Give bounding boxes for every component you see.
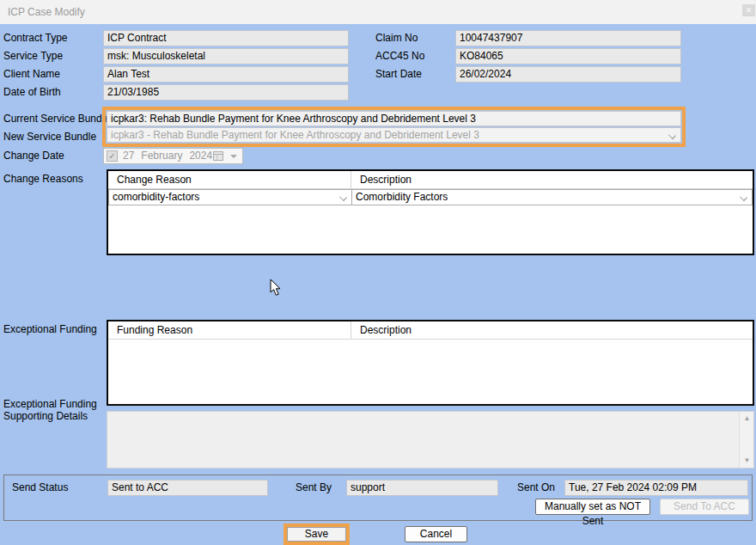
contract-type-field[interactable]: ICP Contract	[103, 30, 349, 46]
change-date-year[interactable]: 2024	[189, 150, 212, 162]
service-type-field[interactable]: msk: Musculoskeletal	[103, 48, 349, 64]
sent-on-field[interactable]: Tue, 27 Feb 2024 02:09 PM	[564, 480, 748, 496]
send-status-label: Send Status	[12, 480, 68, 496]
change-date-month[interactable]: February	[141, 150, 182, 162]
new-service-bundle-value: icpkar3 - Rehab Bundle Payment for Knee …	[111, 129, 479, 141]
funding-reason-column-header: Funding Reason	[108, 321, 351, 339]
close-icon[interactable]: ✕	[742, 4, 755, 16]
scroll-down-icon[interactable]: ▼	[740, 454, 754, 468]
client-name-field[interactable]: Alan Test	[103, 66, 349, 83]
start-date-label: Start Date	[375, 66, 422, 83]
exceptional-funding-table: Funding Reason Description	[107, 320, 754, 406]
client-name-label: Client Name	[3, 66, 60, 83]
calendar-icon[interactable]	[213, 151, 223, 161]
start-date-field[interactable]: 26/02/2024	[455, 66, 681, 83]
window-titlebar: ICP Case Modify ✕	[0, 0, 756, 24]
manually-set-not-sent-button[interactable]: Manually set as NOT Sent	[535, 499, 650, 515]
description-column-header: Description	[351, 321, 753, 339]
change-reason-description-select[interactable]: Comorbidity Factors	[351, 189, 753, 205]
calendar-dropdown-icon[interactable]	[230, 155, 237, 158]
exceptional-funding-label: Exceptional Funding	[3, 321, 97, 338]
claim-no-field[interactable]: 10047437907	[455, 30, 681, 46]
window-title: ICP Case Modify	[8, 6, 85, 18]
change-reasons-label: Change Reasons	[3, 171, 83, 187]
contract-type-label: Contract Type	[3, 30, 67, 46]
change-reason-description-value: Comorbidity Factors	[356, 191, 448, 203]
date-of-birth-field[interactable]: 21/03/1985	[103, 84, 349, 101]
change-date-label: Change Date	[3, 148, 64, 164]
chevron-down-icon	[740, 193, 747, 201]
vertical-scrollbar[interactable]: ▲ ▼	[739, 412, 753, 468]
change-reason-select[interactable]: comorbidity-factors	[108, 189, 352, 205]
current-service-bundle-label: Current Service Bundle	[3, 111, 110, 127]
claim-no-label: Claim No	[375, 30, 418, 46]
change-reasons-header: Change Reason Description	[108, 171, 753, 189]
send-to-acc-button[interactable]: Send To ACC	[660, 499, 749, 515]
date-of-birth-label: Date of Birth	[3, 84, 61, 101]
icp-case-modify-dialog: ICP Case Modify ✕ Contract Type ICP Cont…	[0, 0, 756, 545]
description-column-header: Description	[351, 171, 753, 188]
sent-on-label: Sent On	[517, 480, 555, 496]
new-service-bundle-label: New Service Bundle	[3, 129, 96, 145]
change-date-checkbox[interactable]: ✓	[107, 150, 118, 162]
send-status-field[interactable]: Sent to ACC	[107, 480, 268, 496]
sent-by-label: Sent By	[296, 480, 332, 496]
scroll-up-icon[interactable]: ▲	[740, 412, 754, 426]
new-service-bundle-select[interactable]: icpkar3 - Rehab Bundle Payment for Knee …	[107, 127, 681, 143]
change-date-value: 27February2024	[123, 149, 219, 163]
chevron-down-icon	[668, 132, 676, 139]
acc45-no-field[interactable]: KO84065	[455, 48, 681, 64]
supporting-details-label: Exceptional Funding Supporting Details	[3, 398, 97, 422]
service-type-label: Service Type	[3, 48, 63, 64]
supporting-details-textarea[interactable]: ▲ ▼	[107, 411, 754, 468]
change-reasons-table: Change Reason Description comorbidity-fa…	[107, 169, 754, 255]
mouse-cursor-icon	[270, 279, 282, 297]
change-reason-column-header: Change Reason	[108, 171, 351, 188]
chevron-down-icon	[339, 193, 347, 201]
sent-by-field[interactable]: support	[346, 480, 498, 496]
table-row: comorbidity-factors Comorbidity Factors	[108, 189, 753, 205]
save-button[interactable]: Save	[287, 527, 346, 542]
cancel-button[interactable]: Cancel	[405, 526, 467, 542]
change-date-day[interactable]: 27	[123, 150, 134, 162]
exceptional-funding-header: Funding Reason Description	[108, 321, 753, 340]
change-reason-value: comorbidity-factors	[113, 191, 199, 203]
change-date-picker[interactable]: ✓ 27February2024	[103, 148, 243, 164]
acc45-no-label: ACC45 No	[375, 48, 424, 64]
current-service-bundle-field[interactable]: icpkar3: Rehab Bundle Payment for Knee A…	[107, 111, 681, 126]
